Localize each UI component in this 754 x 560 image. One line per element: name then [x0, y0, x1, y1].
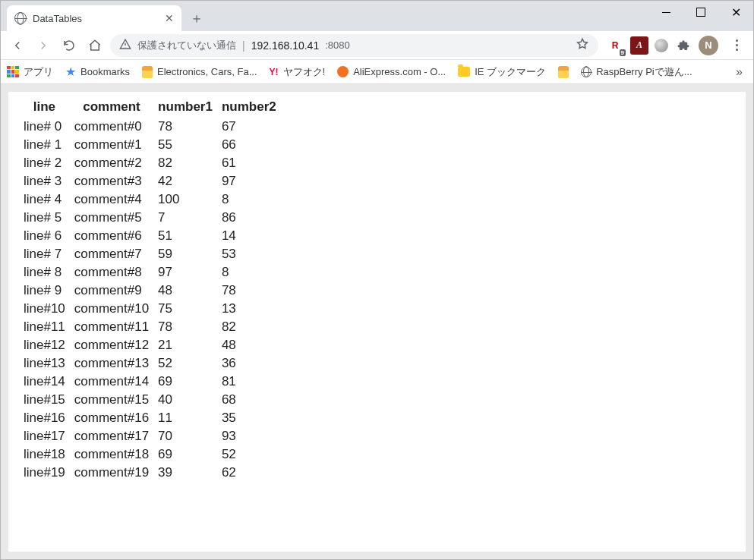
- cell-number1: 40: [153, 391, 217, 409]
- window-close-button[interactable]: ✕: [718, 1, 753, 24]
- table-header-row: line comment number1 number2: [19, 98, 281, 118]
- cell-number1: 7: [153, 209, 217, 227]
- cell-number1: 55: [153, 136, 217, 154]
- extension-badge: 9: [620, 49, 626, 56]
- profile-avatar[interactable]: N: [699, 36, 718, 55]
- cell-line: line#14: [19, 373, 70, 391]
- cell-number1: 39: [153, 464, 217, 482]
- bookmark-raspberry[interactable]: RaspBerry Piで遊ん...: [581, 65, 692, 79]
- tab-close-icon[interactable]: ✕: [165, 13, 174, 24]
- cell-number1: 97: [153, 263, 217, 282]
- table-row: line#13comment#135236: [19, 354, 281, 373]
- table-row: line#19comment#193962: [19, 464, 281, 482]
- cell-number2: 52: [217, 445, 281, 464]
- cell-line: line# 3: [19, 172, 70, 190]
- cell-comment: comment#15: [70, 391, 153, 409]
- cell-line: line# 6: [19, 227, 70, 245]
- cell-number1: 52: [153, 354, 217, 373]
- table-row: line#10comment#107513: [19, 300, 281, 318]
- col-line[interactable]: line: [19, 98, 70, 118]
- cell-number1: 51: [153, 227, 217, 245]
- cell-number2: 81: [217, 373, 281, 391]
- chrome-menu-button[interactable]: [726, 39, 747, 51]
- page-content[interactable]: line comment number1 number2 line# 0comm…: [8, 92, 746, 552]
- bookmark-ie-folder[interactable]: IE ブックマーク: [458, 65, 546, 79]
- bookmarks-overflow-button[interactable]: »: [736, 65, 747, 79]
- cell-number1: 48: [153, 282, 217, 300]
- cell-number2: 66: [217, 136, 281, 154]
- cell-number2: 8: [217, 190, 281, 209]
- cell-number1: 21: [153, 336, 217, 354]
- bookmark-label: アプリ: [24, 65, 53, 79]
- viewport: line comment number1 number2 line# 0comm…: [1, 84, 753, 559]
- cell-comment: comment#6: [70, 227, 153, 245]
- cell-number2: 93: [217, 427, 281, 445]
- extensions-button[interactable]: [674, 36, 692, 55]
- cell-number2: 97: [217, 172, 281, 190]
- aliexpress-icon: [337, 66, 349, 77]
- cell-comment: comment#0: [70, 118, 153, 136]
- table-row: line# 7comment#75953: [19, 245, 281, 263]
- col-number1[interactable]: number1: [153, 98, 217, 118]
- cell-number1: 78: [153, 118, 217, 136]
- forward-button[interactable]: [33, 35, 54, 56]
- extension-generic[interactable]: [655, 39, 668, 52]
- cell-line: line#13: [19, 354, 70, 373]
- extension-acrobat[interactable]: A: [630, 36, 648, 55]
- cell-comment: comment#17: [70, 427, 153, 445]
- bookmark-label: ヤフオク!: [283, 65, 326, 79]
- cell-comment: comment#5: [70, 209, 153, 227]
- home-button[interactable]: [84, 35, 106, 56]
- bookmark-label: IE ブックマーク: [475, 65, 546, 79]
- cell-number1: 75: [153, 300, 217, 318]
- bookmark-label: AliExpress.com - O...: [353, 66, 446, 77]
- reload-button[interactable]: [58, 35, 80, 56]
- window-maximize-button[interactable]: [683, 1, 718, 24]
- cell-number1: 42: [153, 172, 217, 190]
- cell-comment: comment#16: [70, 409, 153, 427]
- not-secure-icon: [119, 38, 131, 52]
- cell-number2: 13: [217, 300, 281, 318]
- table-row: line# 0comment#07867: [19, 118, 281, 136]
- cell-number2: 36: [217, 354, 281, 373]
- new-tab-button[interactable]: ＋: [186, 8, 207, 29]
- globe-icon: [581, 67, 592, 77]
- cell-comment: comment#7: [70, 245, 153, 263]
- table-row: line# 2comment#28261: [19, 154, 281, 172]
- address-bar[interactable]: 保護されていない通信 | 192.168.10.41:8080: [110, 34, 598, 57]
- col-comment[interactable]: comment: [70, 98, 153, 118]
- cell-comment: comment#8: [70, 263, 153, 282]
- globe-icon: [14, 12, 27, 24]
- cell-comment: comment#12: [70, 336, 153, 354]
- table-row: line# 5comment#5786: [19, 209, 281, 227]
- bag-icon: [558, 66, 569, 78]
- cell-comment: comment#18: [70, 445, 153, 464]
- cell-number2: 68: [217, 391, 281, 409]
- bookmark-apps[interactable]: アプリ: [7, 65, 53, 79]
- cell-line: line# 1: [19, 136, 70, 154]
- cell-comment: comment#19: [70, 464, 153, 482]
- tab-title: DataTables: [33, 13, 159, 24]
- bookmark-ali[interactable]: AliExpress.com - O...: [337, 66, 446, 77]
- col-number2[interactable]: number2: [217, 98, 281, 118]
- extension-rakuten[interactable]: R9: [606, 36, 624, 55]
- cell-line: line# 9: [19, 282, 70, 300]
- window-minimize-button[interactable]: [648, 1, 683, 24]
- table-row: line#11comment#117882: [19, 318, 281, 336]
- browser-tab[interactable]: DataTables ✕: [7, 5, 181, 31]
- bookmark-star-icon[interactable]: [576, 37, 589, 53]
- bookmark-bookmarks[interactable]: ★ Bookmarks: [65, 64, 130, 79]
- cell-number1: 82: [153, 154, 217, 172]
- table-row: line#16comment#161135: [19, 409, 281, 427]
- cell-number2: 82: [217, 318, 281, 336]
- table-row: line#12comment#122148: [19, 336, 281, 354]
- cell-number2: 35: [217, 409, 281, 427]
- cell-number2: 67: [217, 118, 281, 136]
- cell-line: line#16: [19, 409, 70, 427]
- table-row: line# 8comment#8978: [19, 263, 281, 282]
- cell-comment: comment#10: [70, 300, 153, 318]
- bookmark-yahoo[interactable]: Y! ヤフオク!: [270, 65, 326, 79]
- bookmark-bag2[interactable]: [558, 66, 569, 78]
- back-button[interactable]: [7, 35, 28, 56]
- bookmark-ecf[interactable]: Electronics, Cars, Fa...: [142, 66, 257, 78]
